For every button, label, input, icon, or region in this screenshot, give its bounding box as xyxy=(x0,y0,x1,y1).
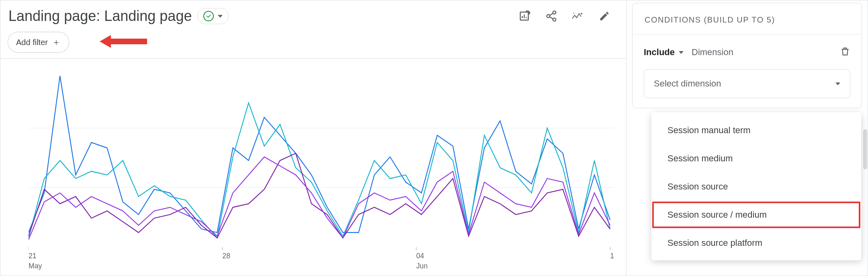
add-filter-button[interactable]: Add filter ＋ xyxy=(8,32,69,53)
svg-point-1 xyxy=(553,11,556,14)
dimension-option[interactable]: Session medium xyxy=(651,144,861,173)
svg-text:28: 28 xyxy=(222,252,230,260)
conditions-heading: CONDITIONS (BUILD UP TO 5) xyxy=(633,3,862,35)
dimension-option[interactable]: Session source platform xyxy=(651,229,861,257)
svg-text:11: 11 xyxy=(610,252,614,260)
check-circle-icon xyxy=(203,11,214,21)
edit-icon[interactable] xyxy=(598,10,611,23)
svg-text:21: 21 xyxy=(29,252,37,260)
dimension-option[interactable]: Session source xyxy=(651,173,861,201)
status-dropdown[interactable] xyxy=(197,8,229,24)
share-icon[interactable] xyxy=(545,10,558,23)
dimension-options-menu: Session manual termSession mediumSession… xyxy=(651,112,861,260)
scrollbar[interactable] xyxy=(863,129,867,169)
dimension-label: Dimension xyxy=(692,47,733,58)
svg-text:04: 04 xyxy=(416,252,424,260)
svg-point-2 xyxy=(547,14,550,18)
delete-icon[interactable] xyxy=(840,46,850,59)
conditions-panel: CONDITIONS (BUILD UP TO 5) Include Dimen… xyxy=(626,0,868,276)
select-dimension-dropdown[interactable]: Select dimension xyxy=(644,69,850,98)
svg-point-3 xyxy=(553,18,556,21)
add-filter-label: Add filter xyxy=(16,38,48,47)
chevron-down-icon xyxy=(835,82,840,85)
customize-report-icon[interactable] xyxy=(518,10,531,23)
svg-text:May: May xyxy=(29,262,42,270)
chevron-down-icon xyxy=(218,15,223,18)
annotation-arrow-icon xyxy=(99,33,147,50)
dimension-option[interactable]: Session manual term xyxy=(651,116,861,144)
plus-icon: ＋ xyxy=(52,36,61,48)
svg-text:Jun: Jun xyxy=(416,262,428,270)
dimension-option[interactable]: Session source / medium xyxy=(651,201,861,229)
include-dropdown[interactable]: Include xyxy=(644,47,684,58)
page-title: Landing page: Landing page xyxy=(8,8,192,25)
chevron-down-icon xyxy=(679,51,684,54)
line-chart: 21May2804Jun11 xyxy=(0,59,626,276)
insights-icon[interactable] xyxy=(571,10,584,23)
